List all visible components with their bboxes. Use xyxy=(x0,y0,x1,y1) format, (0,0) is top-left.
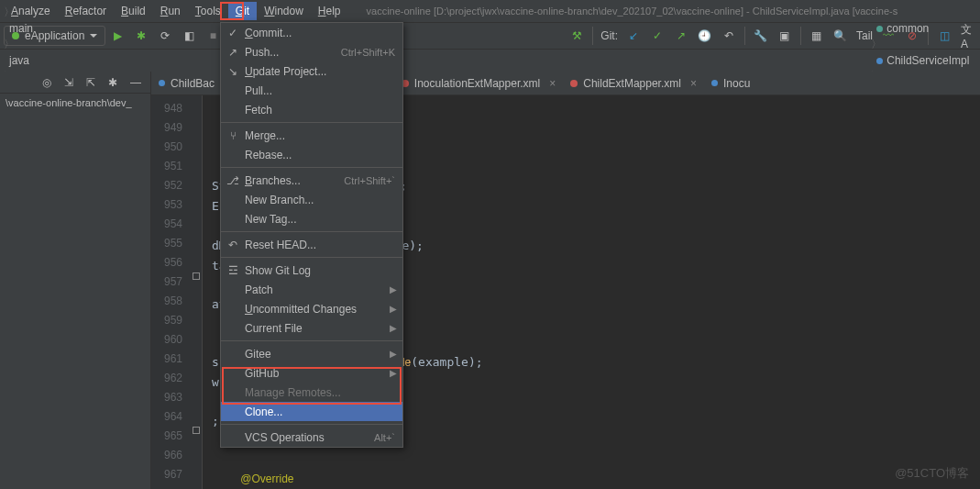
git-push-icon[interactable]: ↗ xyxy=(674,28,688,43)
build-icon[interactable]: ⚒ xyxy=(569,28,584,43)
menu-item-commit[interactable]: ✓Commit... xyxy=(221,23,402,42)
hide-icon[interactable]: — xyxy=(130,76,143,89)
line-number[interactable]: 959 xyxy=(151,311,182,330)
project-toolbar: ◎ ⇲ ⇱ ✱ — xyxy=(0,72,150,94)
close-icon[interactable]: × xyxy=(549,77,556,90)
menu-item-vcs-operations[interactable]: VCS OperationsAlt+` xyxy=(221,428,402,447)
menu-tools[interactable]: Tools xyxy=(188,2,228,20)
watermark: @51CTO博客 xyxy=(895,465,969,482)
search-icon[interactable]: 🔍 xyxy=(833,28,848,43)
menu-item-label: Pull... xyxy=(241,84,395,97)
menu-item-merge[interactable]: ⑂Merge... xyxy=(221,126,402,145)
stop-icon[interactable]: ■ xyxy=(205,28,220,43)
line-number[interactable]: 960 xyxy=(151,330,182,350)
fold-marker[interactable] xyxy=(193,427,200,434)
shortcut: Alt+` xyxy=(374,432,395,443)
gear-icon[interactable]: ✱ xyxy=(108,76,121,89)
line-number[interactable]: 951 xyxy=(151,157,182,176)
line-number[interactable]: 957 xyxy=(151,272,182,292)
line-number[interactable]: 965 xyxy=(151,427,182,446)
line-number[interactable]: 948 xyxy=(151,99,182,118)
image-icon[interactable]: ▦ xyxy=(809,28,824,43)
line-number[interactable]: 966 xyxy=(151,446,182,465)
menu-item-icon: ↗ xyxy=(225,46,241,59)
line-number[interactable]: 950 xyxy=(151,138,182,157)
line-number[interactable]: 963 xyxy=(151,388,182,407)
line-number[interactable]: 958 xyxy=(151,292,182,311)
menu-item-icon: ✓ xyxy=(225,27,241,39)
menu-build[interactable]: Build xyxy=(114,2,153,20)
breadcrumb-segment[interactable]: main xyxy=(4,20,62,37)
menu-item-label: Show Git Log xyxy=(241,264,395,277)
menu-item-new-branch[interactable]: New Branch... xyxy=(221,190,402,209)
menu-git[interactable]: Git xyxy=(228,2,257,20)
breadcrumb-segment[interactable]: src xyxy=(4,0,62,5)
profile-icon[interactable]: ◧ xyxy=(182,28,196,43)
menu-item-label: Current File xyxy=(241,322,395,335)
wrench-icon[interactable]: 🔧 xyxy=(754,28,768,43)
menu-item-label: GitHub xyxy=(241,367,395,380)
menu-run[interactable]: Run xyxy=(153,2,188,20)
git-rollback-icon[interactable]: ↶ xyxy=(721,28,736,43)
menu-item-patch[interactable]: Patch▶ xyxy=(221,280,402,299)
run-icon[interactable]: ▶ xyxy=(110,28,125,43)
window-title: vaccine-online [D:\project\jwx\vaccine-o… xyxy=(367,6,898,17)
menu-item-clone[interactable]: Clone... xyxy=(221,402,402,421)
git-history-icon[interactable]: 🕘 xyxy=(698,28,712,43)
project-path[interactable]: \vaccine-online-branch\dev_ xyxy=(0,94,150,112)
debug-icon[interactable]: ✱ xyxy=(134,28,149,43)
line-number[interactable]: 954 xyxy=(151,215,182,234)
menu-window[interactable]: Window xyxy=(257,2,311,20)
editor-tab[interactable]: Inocu xyxy=(704,72,757,94)
menu-item-uncommitted-changes[interactable]: Uncommitted Changes▶ xyxy=(221,299,402,318)
tab-label: InoculationExtMapper.xml xyxy=(414,77,540,90)
editor-tab[interactable]: ChildBac xyxy=(151,72,223,94)
editor-tab[interactable]: ChildExtMapper.xml× xyxy=(563,72,704,94)
menu-item-update-project[interactable]: ↘Update Project... xyxy=(221,61,402,81)
run-anything-icon[interactable]: ▣ xyxy=(777,28,792,43)
file-icon xyxy=(711,80,718,86)
menu-item-fetch[interactable]: Fetch xyxy=(221,100,402,119)
expand-icon[interactable]: ⇲ xyxy=(64,76,77,89)
line-number[interactable]: 962 xyxy=(151,369,182,388)
line-number[interactable]: 952 xyxy=(151,176,182,195)
git-update-icon[interactable]: ↙ xyxy=(626,28,641,43)
fold-gutter[interactable] xyxy=(190,95,203,489)
project-tree[interactable]: ◎ ⇲ ⇱ ✱ — \vaccine-online-branch\dev_ xyxy=(0,72,151,489)
line-number[interactable]: 964 xyxy=(151,407,182,427)
close-icon[interactable]: × xyxy=(690,77,697,90)
menu-item-branches[interactable]: ⎇Branches...Ctrl+Shift+` xyxy=(221,171,402,190)
menu-item-github[interactable]: GitHub▶ xyxy=(221,363,402,383)
menu-refactor[interactable]: Refactor xyxy=(58,2,114,20)
target-icon[interactable]: ◎ xyxy=(42,76,55,89)
breadcrumb-segment[interactable]: common xyxy=(871,20,976,37)
line-number[interactable]: 961 xyxy=(151,350,182,369)
menu-item-label: Update Project... xyxy=(241,65,395,78)
line-number[interactable]: 953 xyxy=(151,195,182,215)
menu-item-push[interactable]: ↗Push...Ctrl+Shift+K xyxy=(221,42,402,61)
fold-marker[interactable] xyxy=(193,272,200,280)
menu-item-new-tag[interactable]: New Tag... xyxy=(221,209,402,228)
breadcrumb-segment[interactable]: java xyxy=(4,52,62,69)
menu-item-pull[interactable]: Pull... xyxy=(221,81,402,100)
line-number[interactable]: 956 xyxy=(151,253,182,272)
menu-item-gitee[interactable]: Gitee▶ xyxy=(221,344,402,363)
git-commit-icon[interactable]: ✓ xyxy=(650,28,665,43)
line-number[interactable]: 955 xyxy=(151,234,182,253)
menu-item-rebase[interactable]: Rebase... xyxy=(221,145,402,164)
menu-item-current-file[interactable]: Current File▶ xyxy=(221,318,402,338)
coverage-icon[interactable]: ⟳ xyxy=(158,28,172,43)
gutter[interactable]: 9489499509519529539549559569579589599609… xyxy=(151,95,190,489)
menu-item-label: Fetch xyxy=(241,104,395,117)
collapse-icon[interactable]: ⇱ xyxy=(86,76,99,89)
menu-item-reset-head[interactable]: ↶Reset HEAD... xyxy=(221,235,402,254)
menu-help[interactable]: Help xyxy=(311,2,348,20)
breadcrumb-segment[interactable]: ChildServiceImpl xyxy=(871,52,976,69)
menu-item-label: VCS Operations xyxy=(241,431,374,444)
menu-item-show-git-log[interactable]: ☲Show Git Log xyxy=(221,261,402,280)
line-number[interactable]: 967 xyxy=(151,465,182,484)
line-number[interactable]: 949 xyxy=(151,118,182,138)
git-label: Git: xyxy=(600,29,618,42)
editor-tab[interactable]: InoculationExtMapper.xml× xyxy=(394,72,563,94)
menu-item-label: Clone... xyxy=(241,406,395,418)
